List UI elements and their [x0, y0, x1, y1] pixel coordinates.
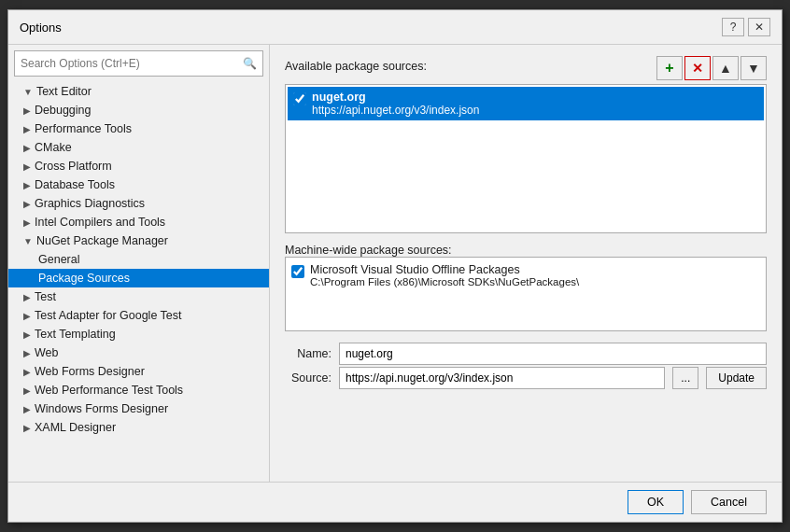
tree-arrow-icon: ▼	[23, 236, 33, 246]
dialog-footer: OK Cancel	[8, 482, 782, 522]
source-form: Name: Source: ... Update	[285, 341, 767, 389]
remove-source-button[interactable]: ✕	[684, 56, 711, 80]
tree-container[interactable]: ▼ Text Editor▶ Debugging▶ Performance To…	[8, 80, 269, 482]
tree-arrow-icon: ▶	[23, 180, 31, 190]
tree-item[interactable]: ▶ XAML Designer	[8, 418, 269, 437]
tree-item[interactable]: ▶ Web Forms Designer	[8, 362, 269, 381]
tree-arrow-icon: ▶	[23, 423, 31, 433]
tree-item[interactable]: ▶ Windows Forms Designer	[8, 399, 269, 418]
tree-arrow-icon: ▶	[23, 385, 31, 396]
search-input[interactable]	[21, 57, 243, 70]
package-item-name: nuget.org	[312, 91, 479, 104]
title-controls: ? ✕	[722, 18, 770, 36]
add-source-button[interactable]: +	[656, 56, 683, 80]
tree-arrow-icon: ▶	[23, 105, 31, 116]
move-up-button[interactable]: ▲	[712, 56, 739, 80]
tree-item[interactable]: ▶ Intel Compilers and Tools	[8, 213, 269, 231]
update-button[interactable]: Update	[706, 367, 767, 389]
package-item-nuget[interactable]: nuget.org https://api.nuget.org/v3/index…	[288, 87, 764, 120]
tree-item[interactable]: Package Sources	[8, 269, 269, 287]
available-package-list[interactable]: nuget.org https://api.nuget.org/v3/index…	[285, 84, 767, 233]
machine-item-name: Microsoft Visual Studio Offline Packages	[310, 263, 579, 276]
name-row: Name:	[285, 343, 767, 365]
tree-item[interactable]: ▼ NuGet Package Manager	[8, 231, 269, 250]
available-label: Available package sources:	[285, 60, 427, 73]
machine-package-list: Microsoft Visual Studio Offline Packages…	[285, 257, 767, 331]
tree-arrow-icon: ▶	[23, 311, 31, 321]
tree-arrow-icon: ▶	[23, 404, 31, 414]
machine-item: Microsoft Visual Studio Offline Packages…	[291, 263, 760, 287]
tree-item[interactable]: ▶ Debugging	[8, 101, 269, 119]
tree-item[interactable]: ▶ Test	[8, 287, 269, 306]
title-bar: Options ? ✕	[8, 10, 782, 45]
ok-button[interactable]: OK	[628, 490, 684, 514]
name-label: Name:	[285, 347, 332, 360]
tree-item[interactable]: ▶ Database Tools	[8, 175, 269, 194]
tree-item[interactable]: ▶ Graphics Diagnostics	[8, 194, 269, 213]
help-button[interactable]: ?	[722, 18, 744, 36]
tree-item[interactable]: ▶ CMake	[8, 138, 269, 157]
cancel-button[interactable]: Cancel	[691, 490, 767, 514]
machine-item-path: C:\Program Files (x86)\Microsoft SDKs\Nu…	[310, 276, 579, 287]
tree-item[interactable]: General	[8, 250, 269, 269]
tree-item[interactable]: ▶ Test Adapter for Google Test	[8, 306, 269, 325]
tree-arrow-icon: ▶	[23, 143, 31, 153]
source-label: Source:	[285, 371, 332, 385]
left-panel: 🔍 ▼ Text Editor▶ Debugging▶ Performance …	[8, 45, 270, 482]
machine-label: Machine-wide package sources:	[285, 244, 452, 257]
tree-item[interactable]: ▶ Text Templating	[8, 325, 269, 343]
close-button[interactable]: ✕	[748, 18, 770, 36]
name-input[interactable]	[339, 343, 767, 365]
tree-arrow-icon: ▶	[23, 217, 31, 228]
search-icon: 🔍	[243, 57, 257, 70]
tree-arrow-icon: ▼	[23, 87, 33, 97]
tree-arrow-icon: ▶	[23, 329, 31, 340]
tree-item[interactable]: ▶ Web Performance Test Tools	[8, 381, 269, 399]
tree-item[interactable]: ▼ Text Editor	[8, 82, 269, 101]
tree-arrow-icon: ▶	[23, 161, 31, 172]
options-dialog: Options ? ✕ 🔍 ▼ Text Editor▶ Debugging▶ …	[7, 9, 783, 523]
machine-checkbox[interactable]	[291, 265, 304, 278]
right-panel: Available package sources: + ✕ ▲ ▼ nuget…	[270, 45, 782, 482]
tree-arrow-icon: ▶	[23, 367, 31, 377]
tree-item[interactable]: ▶ Cross Platform	[8, 157, 269, 175]
package-item-url: https://api.nuget.org/v3/index.json	[312, 104, 479, 117]
source-row: Source: ... Update	[285, 367, 767, 389]
browse-button[interactable]: ...	[672, 367, 698, 389]
tree-arrow-icon: ▶	[23, 124, 31, 134]
tree-item[interactable]: ▶ Performance Tools	[8, 119, 269, 138]
toolbar-buttons: + ✕ ▲ ▼	[656, 56, 767, 80]
move-down-button[interactable]: ▼	[741, 56, 767, 80]
source-input[interactable]	[339, 367, 665, 389]
package-checkbox[interactable]	[293, 92, 306, 105]
dialog-title: Options	[20, 21, 62, 35]
dialog-body: 🔍 ▼ Text Editor▶ Debugging▶ Performance …	[8, 45, 782, 482]
tree-arrow-icon: ▶	[23, 199, 31, 209]
machine-section: Machine-wide package sources: Microsoft …	[285, 243, 767, 331]
available-section: Available package sources: + ✕ ▲ ▼ nuget…	[285, 56, 767, 233]
tree-arrow-icon: ▶	[23, 292, 31, 302]
available-toolbar: Available package sources: + ✕ ▲ ▼	[285, 56, 767, 80]
tree-arrow-icon: ▶	[23, 348, 31, 358]
tree-item[interactable]: ▶ Web	[8, 343, 269, 362]
